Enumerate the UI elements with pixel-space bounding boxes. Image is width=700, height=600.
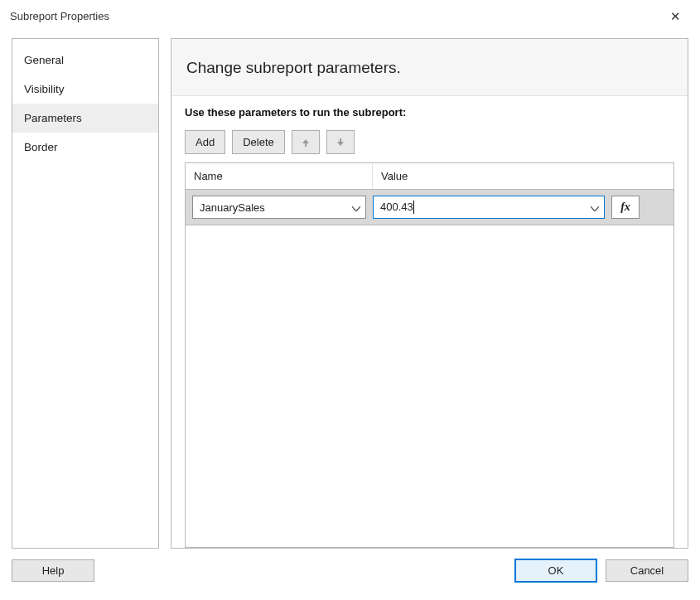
sidebar-item-label: Parameters [24, 112, 82, 124]
main-panel: Change subreport parameters. Use these p… [171, 38, 688, 549]
grid-row[interactable]: JanuarySales 400.43 [186, 190, 673, 225]
fx-icon: fx [620, 201, 630, 214]
dialog-body: General Visibility Parameters Border Cha… [0, 31, 700, 549]
delete-button[interactable]: Delete [232, 130, 285, 154]
sidebar-item-visibility[interactable]: Visibility [12, 75, 158, 104]
grid-header: Name Value [186, 163, 673, 190]
sidebar: General Visibility Parameters Border [12, 38, 159, 549]
parameters-grid: Name Value JanuarySales [185, 162, 674, 548]
move-down-button[interactable] [326, 130, 355, 154]
cancel-button[interactable]: Cancel [606, 559, 688, 582]
page-heading: Change subreport parameters. [171, 39, 688, 96]
grid-body: JanuarySales 400.43 [186, 190, 673, 225]
add-button[interactable]: Add [185, 130, 225, 154]
move-up-button[interactable] [292, 130, 320, 154]
toolbar: Add Delete [185, 130, 674, 154]
instruction-text: Use these parameters to run the subrepor… [185, 106, 674, 119]
expression-button[interactable]: fx [611, 196, 640, 219]
name-combobox[interactable]: JanuarySales [192, 196, 366, 219]
column-header-value: Value [373, 163, 673, 189]
sidebar-item-label: Visibility [24, 83, 65, 95]
text-caret [413, 201, 414, 214]
dialog-footer: Help OK Cancel [0, 549, 700, 593]
column-header-name: Name [186, 163, 373, 189]
help-button[interactable]: Help [12, 559, 94, 582]
value-combobox[interactable]: 400.43 [373, 196, 605, 219]
ok-button[interactable]: OK [514, 559, 597, 583]
window-title: Subreport Properties [10, 10, 659, 22]
arrow-up-icon [301, 138, 311, 148]
title-bar: Subreport Properties ✕ [0, 0, 700, 31]
sidebar-item-parameters[interactable]: Parameters [12, 104, 158, 133]
chevron-down-icon [352, 201, 360, 214]
main-content: Use these parameters to run the subrepor… [171, 96, 688, 548]
value-input[interactable]: 400.43 [374, 201, 586, 215]
sidebar-item-label: General [24, 54, 64, 66]
name-input[interactable]: JanuarySales [193, 201, 347, 214]
arrow-down-icon [336, 138, 345, 148]
sidebar-item-border[interactable]: Border [12, 133, 158, 162]
dialog-window: Subreport Properties ✕ General Visibilit… [0, 0, 700, 600]
chevron-down-icon [591, 201, 599, 214]
sidebar-item-label: Border [24, 141, 58, 153]
name-dropdown-button[interactable] [347, 196, 365, 218]
close-icon[interactable]: ✕ [659, 3, 692, 28]
value-dropdown-button[interactable] [586, 196, 604, 218]
sidebar-item-general[interactable]: General [12, 46, 158, 75]
